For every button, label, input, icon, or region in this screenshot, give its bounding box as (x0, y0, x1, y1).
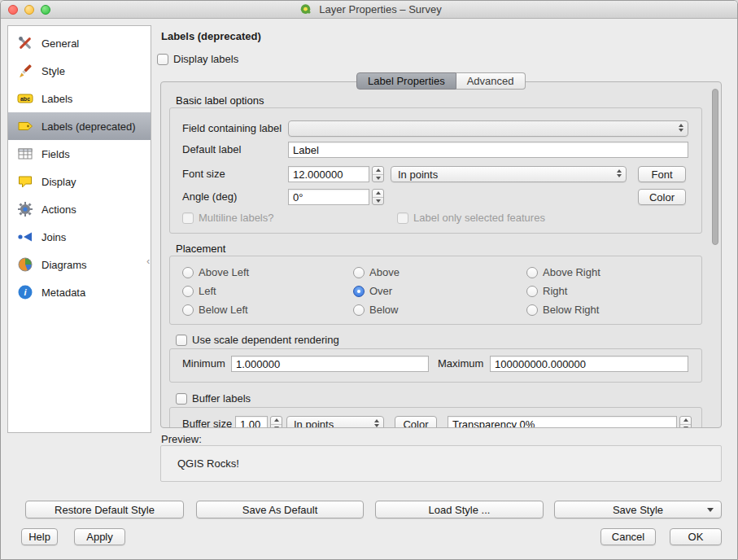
combo-arrows-icon (617, 169, 622, 177)
maximum-label: Maximum (438, 356, 483, 372)
placement-group-box (169, 256, 702, 325)
buffer-checkbox-label: Buffer labels (192, 392, 251, 405)
radio-icon (182, 304, 194, 316)
info-icon: i (16, 283, 34, 301)
load-style-button[interactable]: Load Style ... (375, 501, 544, 518)
radio-over[interactable]: Over (353, 285, 392, 297)
selected-features-checkbox (397, 212, 408, 224)
sidebar-splitter-handle[interactable]: ‹ (146, 255, 150, 267)
sidebar-item-label: Display (41, 176, 76, 188)
save-style-label: Save Style (613, 504, 663, 516)
sidebar: General Style abc Labels (7, 25, 151, 433)
sidebar-item-label: Labels (41, 93, 72, 105)
radio-icon (353, 304, 365, 316)
sidebar-item-labels-deprecated[interactable]: Labels (deprecated) (8, 112, 151, 140)
preview-box: QGIS Rocks! (160, 445, 722, 482)
preview-text: QGIS Rocks! (177, 457, 239, 470)
help-button[interactable]: Help (21, 528, 58, 545)
tab-label-properties[interactable]: Label Properties (356, 72, 456, 90)
radio-above-left[interactable]: Above Left (182, 266, 249, 278)
field-combo[interactable] (288, 120, 688, 137)
buffer-color-button[interactable]: Color (395, 416, 437, 428)
buffer-units-combo[interactable]: In points (286, 416, 384, 428)
display-labels-checkbox[interactable] (157, 54, 168, 65)
angle-input[interactable] (288, 189, 369, 205)
radio-left[interactable]: Left (182, 285, 216, 297)
scale-checkbox-row: Use scale dependent rendering (176, 334, 339, 346)
tools-icon (16, 34, 34, 52)
panel-scrollbar-thumb[interactable] (712, 89, 718, 245)
scale-checkbox-label: Use scale dependent rendering (192, 334, 339, 346)
sidebar-item-fields[interactable]: Fields (8, 140, 151, 168)
close-window-button[interactable] (8, 5, 18, 15)
color-button[interactable]: Color (638, 189, 686, 205)
sidebar-item-style[interactable]: Style (8, 57, 151, 85)
radio-below-left[interactable]: Below Left (182, 304, 248, 316)
radio-icon (182, 267, 194, 278)
cancel-button[interactable]: Cancel (600, 528, 656, 545)
panel-scrollbar-track[interactable] (711, 84, 719, 426)
ok-button[interactable]: OK (670, 528, 722, 545)
buffer-transparency-stepper[interactable] (679, 416, 692, 428)
apply-button[interactable]: Apply (74, 528, 125, 545)
label-properties-panel: Basic label options Field containing lab… (160, 81, 722, 428)
sidebar-item-actions[interactable]: Actions (8, 195, 151, 223)
sidebar-item-labels[interactable]: abc Labels (8, 85, 151, 112)
paintbrush-icon (16, 62, 34, 80)
chevron-down-icon (707, 508, 714, 512)
radio-above[interactable]: Above (353, 266, 400, 278)
default-label-label: Default label (182, 142, 241, 158)
radio-right[interactable]: Right (526, 285, 567, 297)
qgis-logo-icon (296, 3, 314, 16)
zoom-window-button[interactable] (41, 5, 50, 15)
scale-checkbox[interactable] (176, 335, 187, 346)
page-title: Labels (deprecated) (161, 30, 261, 42)
default-label-input[interactable] (288, 142, 688, 158)
svg-text:abc: abc (20, 96, 30, 102)
window-title: Layer Properties – Survey (319, 3, 441, 15)
restore-default-style-button[interactable]: Restore Default Style (25, 501, 184, 518)
maximum-input[interactable] (490, 356, 688, 372)
font-size-units-combo[interactable]: In points (391, 166, 627, 182)
radio-icon (526, 267, 538, 278)
buffer-checkbox-row: Buffer labels (176, 392, 251, 405)
sidebar-item-general[interactable]: General (8, 29, 151, 57)
buffer-checkbox[interactable] (176, 393, 187, 405)
font-size-input[interactable] (288, 166, 369, 182)
sidebar-item-label: Fields (41, 148, 70, 160)
sidebar-item-display[interactable]: Display (8, 168, 151, 195)
sidebar-item-label: Metadata (41, 287, 85, 299)
layer-properties-window: Layer Properties – Survey General (0, 0, 738, 560)
buffer-size-input[interactable] (235, 416, 268, 428)
buffer-size-label: Buffer size (182, 416, 232, 428)
font-size-stepper[interactable] (372, 166, 384, 182)
font-button[interactable]: Font (638, 166, 686, 182)
sidebar-item-diagrams[interactable]: Diagrams (8, 251, 151, 278)
sidebar-item-joins[interactable]: Joins (8, 223, 151, 251)
save-as-default-button[interactable]: Save As Default (196, 501, 364, 518)
radio-below[interactable]: Below (353, 304, 398, 316)
save-style-menu-button[interactable]: Save Style (554, 501, 722, 518)
radio-icon (526, 304, 538, 316)
radio-above-right[interactable]: Above Right (526, 266, 600, 278)
multiline-checkbox (182, 212, 194, 224)
sidebar-item-metadata[interactable]: i Metadata (8, 278, 151, 306)
label-tag-icon (16, 117, 34, 135)
font-size-label: Font size (182, 166, 225, 182)
join-arrow-icon (16, 228, 34, 246)
abc-label-icon: abc (16, 90, 34, 107)
radio-icon (182, 286, 194, 297)
table-icon (16, 145, 34, 163)
minimum-input[interactable] (231, 356, 429, 372)
sidebar-item-label: Diagrams (41, 259, 87, 271)
buffer-size-stepper[interactable] (270, 416, 282, 428)
buffer-transparency-input[interactable] (448, 416, 677, 428)
tab-advanced[interactable]: Advanced (456, 72, 526, 90)
radio-below-right[interactable]: Below Right (526, 304, 599, 316)
buffer-units-value: In points (294, 418, 334, 429)
angle-stepper[interactable] (372, 189, 384, 205)
minimize-window-button[interactable] (24, 5, 34, 15)
angle-label: Angle (deg) (182, 189, 237, 205)
sidebar-item-label: Actions (41, 203, 76, 216)
combo-arrows-icon (374, 419, 379, 427)
